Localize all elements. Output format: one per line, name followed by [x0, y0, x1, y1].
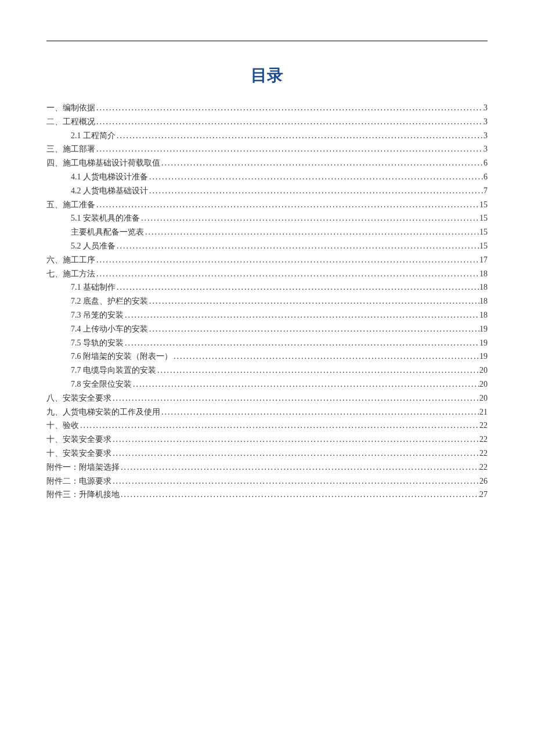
toc-entry: 4.2 人货电梯基础设计7: [46, 184, 488, 198]
toc-entry: 一、编制依据3: [46, 101, 488, 115]
toc-entry-page: 19: [479, 322, 488, 336]
toc-leader-dots: [95, 142, 484, 156]
toc-entry: 7.1 基础制作18: [46, 280, 488, 294]
toc-entry-label: 八、安装安全要求: [46, 391, 111, 405]
toc-entry-page: 18: [479, 280, 488, 294]
toc-entry-label: 十、安装安全要求: [46, 447, 111, 460]
toc-entry-page: 6: [484, 156, 488, 170]
toc-leader-dots: [172, 350, 479, 363]
toc-entry-label: 7.8 安全限位安装: [71, 377, 132, 391]
toc-entry-page: 15: [479, 211, 488, 225]
toc-leader-dots: [160, 405, 479, 419]
toc-entry: 7.3 吊笼的安装18: [46, 308, 488, 322]
toc-entry: 2.1 工程简介3: [46, 129, 488, 143]
toc-entry-label: 2.1 工程简介: [71, 129, 116, 143]
toc-leader-dots: [95, 198, 479, 212]
toc-leader-dots: [79, 419, 479, 433]
toc-entry: 十、安装安全要求22: [46, 447, 488, 460]
toc-entry-page: 22: [479, 447, 488, 460]
toc-entry: 7.2 底盘、护栏的安装18: [46, 294, 488, 308]
toc-entry-page: 3: [484, 129, 488, 143]
toc-leader-dots: [95, 253, 479, 267]
toc-entry-label: 十、安装安全要求: [46, 433, 111, 447]
toc-entry: 7.4 上传动小车的安装19: [46, 322, 488, 336]
toc-entry-label: 7.3 吊笼的安装: [71, 308, 124, 322]
toc-entry-page: 3: [484, 115, 488, 129]
toc-entry: 六、施工工序17: [46, 253, 488, 267]
toc-leader-dots: [111, 433, 479, 447]
toc-entry-page: 20: [479, 391, 488, 405]
toc-leader-dots: [116, 239, 479, 253]
toc-entry: 7.5 导轨的安装19: [46, 336, 488, 350]
toc-leader-dots: [116, 280, 479, 294]
toc-leader-dots: [111, 474, 479, 488]
toc-entry-page: 26: [479, 474, 488, 488]
toc-entry-label: 4.2 人货电梯基础设计: [71, 184, 148, 198]
toc-entry-label: 十、验收: [46, 419, 79, 433]
toc-entry-page: 21: [479, 405, 488, 419]
toc-entry: 二、工程概况3: [46, 115, 488, 129]
toc-leader-dots: [144, 225, 479, 239]
toc-entry-page: 22: [479, 419, 488, 433]
toc-leader-dots: [148, 294, 479, 308]
toc-entry: 附件一：附墙架选择22: [46, 460, 488, 474]
toc-entry-label: 附件二：电源要求: [46, 474, 111, 488]
toc-entry-label: 附件三：升降机接地: [46, 488, 120, 502]
toc-entry-page: 17: [479, 253, 488, 267]
toc-leader-dots: [111, 447, 479, 460]
toc-entry-page: 15: [479, 198, 488, 212]
toc-entry-label: 7.5 导轨的安装: [71, 336, 124, 350]
toc-entry: 五、施工准备15: [46, 198, 488, 212]
toc-leader-dots: [160, 156, 484, 170]
toc-leader-dots: [95, 267, 479, 281]
toc-entry-page: 7: [484, 184, 488, 198]
toc-entry-page: 22: [479, 433, 488, 447]
toc-entry-page: 15: [479, 225, 488, 239]
toc-entry-label: 7.4 上传动小车的安装: [71, 322, 148, 336]
toc-entry: 四、施工电梯基础设计荷载取值6: [46, 156, 488, 170]
toc-entry: 5.1 安装机具的准备15: [46, 211, 488, 225]
toc-entry-label: 7.1 基础制作: [71, 280, 116, 294]
toc-entry-page: 19: [479, 336, 488, 350]
toc-entry: 4.1 人货电梯设计准备6: [46, 170, 488, 184]
toc-entry: 十、验收22: [46, 419, 488, 433]
toc-entry-label: 九、人货电梯安装的工作及使用: [46, 405, 160, 419]
toc-leader-dots: [95, 101, 484, 115]
toc-leader-dots: [140, 211, 479, 225]
toc-entry-label: 主要机具配备一览表: [71, 225, 144, 239]
toc-entry: 三、施工部署3: [46, 142, 488, 156]
toc-entry: 5.2 人员准备15: [46, 239, 488, 253]
toc-entry: 附件二：电源要求26: [46, 474, 488, 488]
toc-entry-page: 20: [479, 377, 488, 391]
toc-entry-label: 4.1 人货电梯设计准备: [71, 170, 148, 184]
toc-entry-page: 3: [484, 101, 488, 115]
toc-entry-label: 三、施工部署: [46, 142, 95, 156]
toc-leader-dots: [95, 115, 484, 129]
header-rule: [46, 41, 488, 41]
toc-leader-dots: [120, 460, 479, 474]
toc-entry: 附件三：升降机接地27: [46, 488, 488, 502]
toc-entry-page: 18: [479, 267, 488, 281]
toc-leader-dots: [111, 391, 479, 405]
toc-entry-page: 18: [479, 294, 488, 308]
toc-entry-page: 15: [479, 239, 488, 253]
toc-entry-label: 六、施工工序: [46, 253, 95, 267]
toc-leader-dots: [132, 377, 479, 391]
toc-entry-label: 五、施工准备: [46, 198, 95, 212]
document-page: 目录 一、编制依据3二、工程概况32.1 工程简介3三、施工部署3四、施工电梯基…: [0, 0, 534, 502]
toc-entry-label: 四、施工电梯基础设计荷载取值: [46, 156, 160, 170]
toc-entry: 八、安装安全要求20: [46, 391, 488, 405]
toc-entry-label: 一、编制依据: [46, 101, 95, 115]
toc-entry-label: 7.7 电缆导向装置的安装: [71, 363, 156, 377]
toc-leader-dots: [116, 129, 484, 143]
toc-entry-label: 5.1 安装机具的准备: [71, 211, 140, 225]
toc-entry-label: 5.2 人员准备: [71, 239, 116, 253]
toc-leader-dots: [124, 336, 479, 350]
toc-entry-label: 二、工程概况: [46, 115, 95, 129]
toc-entry-page: 6: [484, 170, 488, 184]
toc-entry-page: 18: [479, 308, 488, 322]
toc-entry: 十、安装安全要求22: [46, 433, 488, 447]
toc-entry-page: 20: [479, 363, 488, 377]
toc-entry-label: 7.6 附墙架的安装（附表一）: [71, 350, 172, 363]
toc-entry: 7.8 安全限位安装20: [46, 377, 488, 391]
